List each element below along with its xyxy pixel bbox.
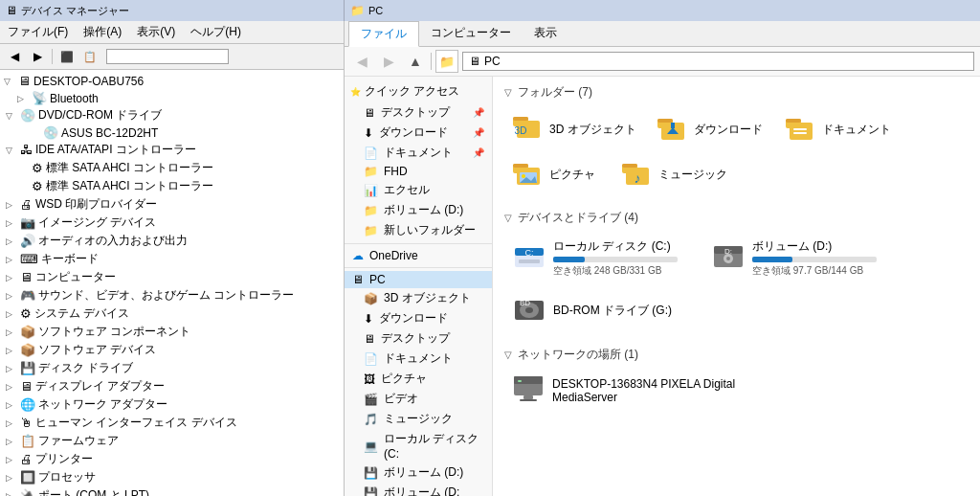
tree-item-sata2[interactable]: ⚙ 標準 SATA AHCI コントローラー — [2, 177, 342, 195]
svg-rect-2 — [513, 117, 528, 121]
folders-section-header[interactable]: ▽ フォルダー (7) — [504, 84, 969, 101]
dm-back-btn[interactable]: ◀ — [4, 46, 25, 67]
sidebar-item-desktop[interactable]: 🖥デスクトップ 📌 — [345, 102, 492, 123]
sidebar-item-music[interactable]: 🎵ミュージック — [345, 409, 492, 429]
dm-toolbar: ◀ ▶ ⬛ 📋 — [0, 44, 344, 70]
folder-download-icon — [657, 115, 688, 145]
tree-item-sw-comp[interactable]: ▷ 📦 ソフトウェア コンポーネント — [2, 323, 342, 341]
menu-file[interactable]: ファイル(F) — [0, 21, 76, 43]
tree-item-processor[interactable]: ▷ 🔲 プロセッサ — [2, 468, 342, 486]
device-manager-icon: 🖥 — [6, 4, 17, 17]
svg-rect-12 — [793, 128, 807, 130]
tree-item-dvdrom[interactable]: ▽ 💿 DVD/CD-ROM ドライブ — [2, 106, 342, 124]
fe-address-bar[interactable]: 🖥 PC — [462, 52, 974, 71]
sidebar-item-download[interactable]: ⬇ダウンロード 📌 — [345, 123, 492, 143]
drive-c-info: ローカル ディスク (C:) 空き領域 248 GB/331 GB — [553, 238, 687, 278]
tree-item-sound[interactable]: ▷ 🎮 サウンド、ビデオ、およびゲーム コントローラー — [2, 286, 342, 304]
folder-item-download[interactable]: ダウンロード — [649, 108, 773, 151]
dm-show-btn[interactable]: 📋 — [79, 46, 100, 67]
dm-search-input[interactable] — [110, 51, 225, 62]
sidebar-item-3d[interactable]: 📦3D オブジェクト — [345, 288, 492, 308]
tab-computer[interactable]: コンピューター — [419, 21, 523, 46]
sidebar-item-onedrive[interactable]: ☁OneDrive — [345, 247, 492, 264]
folder-item-3d[interactable]: 3D 3D オブジェクト — [504, 108, 645, 151]
svg-rect-38 — [514, 376, 543, 384]
network-header-label: ネットワークの場所 (1) — [518, 347, 638, 363]
fe-back-btn[interactable]: ◀ — [350, 50, 373, 73]
dm-properties-btn[interactable]: ⬛ — [56, 46, 78, 67]
sidebar-item-doc2[interactable]: 📄ドキュメント — [345, 349, 492, 369]
picture-icon: 🖼 — [364, 372, 375, 386]
devices-section-header[interactable]: ▽ デバイスとドライブ (4) — [504, 210, 969, 226]
drive-c-icon: C: — [513, 240, 546, 276]
tree-item-firmware[interactable]: ▷ 📋 ファームウェア — [2, 432, 342, 450]
sidebar-item-dl2[interactable]: ⬇ダウンロード — [345, 308, 492, 328]
drive-d-info: ボリューム (D:) 空き領域 97.7 GB/144 GB — [752, 238, 886, 278]
sidebar-item-local-c[interactable]: 💻ローカル ディスク (C: — [345, 429, 492, 462]
tab-view[interactable]: 表示 — [523, 21, 568, 46]
sidebar-item-video[interactable]: 🎬ビデオ — [345, 389, 492, 409]
fe-address-text: PC — [484, 55, 501, 68]
sidebar-item-pc[interactable]: 🖥PC — [345, 271, 492, 288]
folders-grid: 3D 3D オブジェクト ダウンロード — [504, 108, 969, 194]
sidebar-item-document[interactable]: 📄ドキュメント 📌 — [345, 143, 492, 163]
tree-item-system[interactable]: ▷ ⚙ システム デバイス — [2, 304, 342, 323]
fe-forward-btn[interactable]: ▶ — [377, 50, 400, 73]
network-item-server[interactable]: DESKTOP-13683N4 PIXELA DigitalMediaServe… — [504, 371, 743, 410]
tree-item-display[interactable]: ▷ 🖥 ディスプレイ アダプター — [2, 377, 342, 395]
tree-item-port[interactable]: ▷ 🔌 ポート (COM と LPT) — [2, 486, 342, 496]
tree-item-sw-dev[interactable]: ▷ 📦 ソフトウェア デバイス — [2, 341, 342, 359]
menu-help[interactable]: ヘルプ(H) — [183, 21, 249, 43]
folders-header-label: フォルダー (7) — [518, 84, 592, 101]
tree-item-keyboard[interactable]: ▷ ⌨ キーボード — [2, 250, 342, 268]
sidebar-item-new-folder[interactable]: 📁新しいフォルダー — [345, 220, 492, 240]
drive-c-bar-bg — [553, 257, 678, 262]
folder-music-label: ミュージック — [658, 167, 727, 183]
tree-item-computer[interactable]: ▷ 🖥 コンピューター — [2, 268, 342, 286]
fe-folder-icon-btn[interactable]: 📁 — [435, 50, 458, 73]
music-icon: 🎵 — [364, 413, 378, 426]
sidebar-item-vol-d2[interactable]: 💾ボリューム (D:) — [345, 462, 492, 483]
tree-item-net-adapter[interactable]: ▷ 🌐 ネットワーク アダプター — [2, 395, 342, 414]
dm-tree: ▽ 🖥 DESKTOP-OABU756 ▷ 📡 Bluetooth ▽ 💿 DV… — [0, 70, 344, 496]
drive-c-bar — [553, 257, 585, 262]
tree-root[interactable]: ▽ 🖥 DESKTOP-OABU756 — [2, 72, 342, 90]
network-section-header[interactable]: ▽ ネットワークの場所 (1) — [504, 347, 969, 363]
tree-item-hid[interactable]: ▷ 🖱 ヒューマン インターフェイス デバイス — [2, 414, 342, 432]
drive-item-c[interactable]: C: ローカル ディスク (C:) 空き領域 248 GB/331 GB — [504, 234, 696, 282]
sidebar-item-picture[interactable]: 🖼ピクチャ — [345, 369, 492, 389]
folder-3d-icon: 3D — [513, 113, 544, 147]
fe-quick-access-header: ⭐ クイック アクセス — [345, 80, 492, 102]
tree-item-wsd[interactable]: ▷ 🖨 WSD 印刷プロバイダー — [2, 195, 342, 214]
fe-up-btn[interactable]: ▲ — [404, 50, 427, 73]
folder-document-icon — [786, 115, 816, 145]
drive-item-g[interactable]: BD BD-ROM ドライブ (G:) — [504, 290, 680, 331]
tree-item-disk[interactable]: ▷ 💾 ディスク ドライブ — [2, 359, 342, 377]
sidebar-item-volume-d[interactable]: 📁ボリューム (D:) — [345, 200, 492, 220]
folder-music-icon: ♪ — [622, 160, 653, 190]
tab-file[interactable]: ファイル — [348, 21, 419, 47]
sidebar-item-dt2[interactable]: 🖥デスクトップ — [345, 328, 492, 349]
svg-rect-16 — [513, 164, 528, 168]
folder-item-music[interactable]: ♪ ミュージック — [613, 155, 736, 194]
svg-point-18 — [522, 174, 525, 178]
svg-text:BD: BD — [520, 299, 530, 307]
tree-item-imaging[interactable]: ▷ 📷 イメージング デバイス — [2, 214, 342, 232]
drive-d-name: ボリューム (D:) — [752, 238, 886, 255]
drive-item-d[interactable]: D: ボリューム (D:) 空き領域 97.7 GB/144 GB — [703, 234, 895, 282]
sidebar-item-fhd[interactable]: 📁FHD — [345, 163, 492, 180]
fe-addressbar: ◀ ▶ ▲ 📁 🖥 PC — [345, 47, 980, 77]
tree-item-audio[interactable]: ▷ 🔊 オーディオの入力および出力 — [2, 232, 342, 250]
tree-item-ide[interactable]: ▽ 🖧 IDE ATA/ATAPI コントローラー — [2, 141, 342, 159]
menu-action[interactable]: 操作(A) — [76, 21, 129, 43]
dm-forward-btn[interactable]: ▶ — [27, 46, 48, 67]
sidebar-item-excel[interactable]: 📊エクセル — [345, 180, 492, 200]
tree-item-bluetooth[interactable]: ▷ 📡 Bluetooth — [2, 90, 342, 106]
menu-view[interactable]: 表示(V) — [129, 21, 183, 43]
folder-item-document[interactable]: ドキュメント — [777, 108, 900, 151]
tree-item-asus[interactable]: 💿 ASUS BC-12D2HT — [2, 124, 342, 141]
tree-item-printer[interactable]: ▷ 🖨 プリンター — [2, 450, 342, 468]
tree-item-sata1[interactable]: ⚙ 標準 SATA AHCI コントローラー — [2, 159, 342, 177]
sidebar-item-vol-d3[interactable]: 💾ボリューム (D: — [345, 483, 492, 496]
folder-item-picture[interactable]: ピクチャ — [504, 155, 610, 194]
